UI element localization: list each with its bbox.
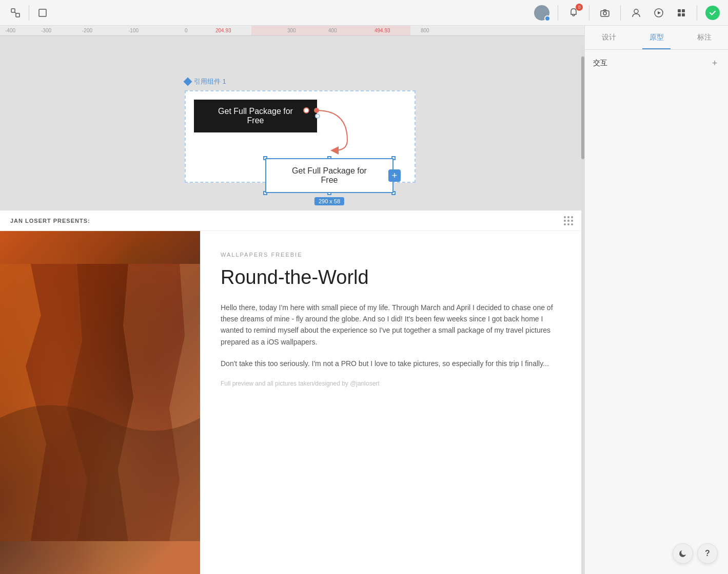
avatar[interactable] (534, 5, 549, 21)
button2[interactable]: Get Full Package for Free (265, 158, 393, 193)
component-box[interactable]: Get Full Package for Free (185, 90, 416, 183)
panel-add-button[interactable]: + (710, 58, 720, 68)
canvas-content[interactable]: 引用组件 1 Get Full Package for Free (0, 36, 584, 574)
svg-rect-9 (682, 9, 685, 12)
conn-dot-right (315, 113, 320, 119)
button1[interactable]: Get Full Package for Free (194, 100, 317, 132)
ruler-mark: -400 (5, 28, 15, 33)
preview-category: WALLPAPERS FREEBIE (221, 252, 568, 258)
preview-text: WALLPAPERS FREEBIE Round-the-World Hello… (200, 231, 584, 574)
publish-button[interactable] (705, 6, 720, 20)
grid-icon[interactable] (674, 6, 688, 20)
toolbar-left (8, 5, 50, 21)
svg-point-5 (603, 12, 606, 15)
preview-caption: Full preview and all pictures taken/desi… (221, 380, 568, 387)
toolbar: 0 (0, 0, 728, 26)
scrollbar[interactable] (581, 46, 584, 574)
ruler-mark: -300 (41, 28, 51, 33)
ruler-horizontal: -400 -300 -200 -100 0 204.93 300 400 494… (0, 26, 584, 36)
panel-section-header: 交互 + (593, 58, 720, 68)
preview-brand: JAN LOSERT PRESENTS: (10, 218, 90, 224)
canvas-area[interactable]: -400 -300 -200 -100 0 204.93 300 400 494… (0, 26, 584, 574)
svg-point-3 (540, 10, 544, 14)
prototype-arrow (306, 99, 409, 161)
button2-container: Get Full Package for Free 290 x 58 + (265, 158, 393, 193)
divider-1 (29, 5, 29, 21)
camera-icon[interactable] (598, 6, 612, 20)
main-area: -400 -300 -200 -100 0 204.93 300 400 494… (0, 26, 728, 574)
notification-icon[interactable]: 0 (566, 6, 581, 20)
panel-tabs: 设计 原型 标注 (585, 26, 728, 50)
notification-count: 0 (576, 4, 583, 11)
divider-2 (558, 5, 558, 21)
tab-comment[interactable]: 标注 (680, 26, 728, 49)
button1-wrapper: Get Full Package for Free (194, 100, 317, 132)
panel-content: 交互 + (585, 50, 728, 574)
preview-header: JAN LOSERT PRESENTS: (0, 211, 584, 231)
preview-body1: Hello there, today I'm here with small p… (221, 302, 568, 348)
component-diamond-icon (184, 78, 192, 86)
preview-section: JAN LOSERT PRESENTS: (0, 211, 584, 574)
avatar-badge (544, 15, 550, 22)
component-container: 引用组件 1 Get Full Package for Free (185, 77, 416, 183)
svg-rect-1 (16, 13, 19, 17)
bottom-right-buttons: ? (673, 543, 718, 564)
ruler-mark: 800 (421, 28, 429, 33)
panel-section-title: 交互 (593, 59, 607, 68)
resize-icon[interactable] (8, 6, 23, 20)
ruler-mark: 300 (287, 28, 296, 33)
preview-image (0, 231, 200, 574)
svg-point-6 (634, 9, 638, 13)
frame-icon[interactable] (35, 6, 50, 20)
divider-5 (697, 5, 697, 21)
right-panel: 设计 原型 标注 交互 + (584, 26, 728, 574)
preview-content: WALLPAPERS FREEBIE Round-the-World Hello… (0, 231, 584, 574)
ruler-mark: -200 (82, 28, 92, 33)
tab-design[interactable]: 设计 (585, 26, 633, 49)
ruler-mark-highlight: 204.93 (215, 28, 231, 33)
divider-4 (620, 5, 621, 21)
size-label: 290 x 58 (314, 197, 344, 205)
divider-3 (589, 5, 589, 21)
help-button[interactable]: ? (697, 543, 718, 564)
preview-title: Round-the-World (221, 266, 568, 290)
dots-menu-icon[interactable] (564, 216, 574, 225)
dark-mode-button[interactable] (673, 543, 693, 564)
component-name: 引用组件 1 (194, 77, 226, 86)
play-icon[interactable] (652, 6, 666, 20)
tab-prototype[interactable]: 原型 (633, 26, 680, 49)
ruler-mark: 400 (328, 28, 337, 33)
component-label: 引用组件 1 (185, 77, 416, 86)
preview-body2: Don't take this too seriously. I'm not a… (221, 358, 568, 369)
add-component-button[interactable]: + (388, 169, 401, 182)
button2-wrapper: Get Full Package for Free 290 x 58 + (265, 158, 393, 193)
user-icon[interactable] (629, 6, 643, 20)
scrollbar-thumb[interactable] (581, 56, 584, 159)
toolbar-center: 0 (534, 5, 720, 21)
svg-rect-8 (678, 9, 681, 12)
svg-rect-11 (682, 13, 685, 16)
ruler-mark: 0 (185, 28, 188, 33)
svg-rect-0 (11, 9, 15, 12)
ruler-mark: -100 (128, 28, 139, 33)
svg-rect-10 (678, 13, 681, 16)
svg-rect-2 (39, 9, 46, 16)
ruler-mark-highlight: 494.93 (375, 28, 390, 33)
